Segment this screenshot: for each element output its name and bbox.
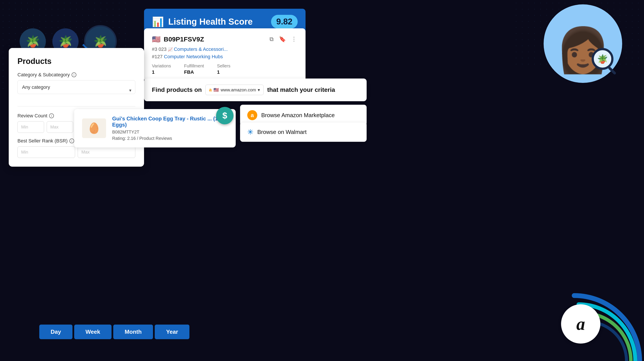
- mag-handle: [608, 66, 616, 75]
- card-actions: ⧉ 🔖 ⋮: [269, 35, 298, 43]
- domain-text: www.amazon.com: [221, 87, 256, 92]
- fulfillment-label: Fulfillment: [184, 63, 204, 68]
- panel-divider: [18, 106, 135, 106]
- sellers-meta: Sellers 1: [217, 63, 230, 75]
- variations-label: Variations: [152, 63, 171, 68]
- variations-value: 1: [152, 69, 171, 75]
- variations-meta: Variations 1: [152, 63, 171, 75]
- category-select-wrapper: Any category: [18, 80, 135, 100]
- product-asin-card: 🇺🇸 B09P1FSV9Z ⧉ 🔖 ⋮ #3 023 📈 Computers &…: [144, 28, 306, 82]
- walmart-icon: ✳: [247, 128, 253, 136]
- copy-icon[interactable]: ⧉: [269, 35, 274, 43]
- browse-walmart-label: Browse on Walmart: [257, 129, 306, 135]
- magnifying-glass-decoration: 🪴: [592, 48, 622, 78]
- product-result-info: Gui's Chicken Coop Egg Tray - Rustic ...…: [112, 116, 228, 141]
- month-button[interactable]: Month: [113, 325, 153, 339]
- us-flag-icon: 🇺🇸: [152, 35, 160, 43]
- bsr-info-icon[interactable]: i: [70, 138, 74, 143]
- us-flag-small: 🇺🇸: [214, 87, 219, 92]
- amazon-icon: a: [247, 110, 257, 120]
- amazon-logo-small: a: [209, 87, 212, 93]
- product-thumbnail: 🥚: [82, 118, 106, 138]
- category-1-link[interactable]: Computers & Accessori...: [174, 46, 228, 52]
- browse-walmart-button[interactable]: ✳ Browse on Walmart: [240, 122, 367, 142]
- rank-row-1: #3 023 📈 Computers & Accessori...: [152, 46, 298, 52]
- find-products-bar: Find products on a 🇺🇸 www.amazon.com ▾ t…: [144, 78, 367, 101]
- more-options-icon[interactable]: ⋮: [290, 35, 298, 43]
- review-count-info-icon[interactable]: i: [49, 113, 54, 118]
- product-result-rating: Rating: 2.16 / Product Reviews: [112, 136, 228, 141]
- mag-glass-circle: 🪴: [592, 48, 614, 70]
- category-info-icon[interactable]: i: [72, 72, 76, 77]
- week-button[interactable]: Week: [74, 325, 112, 339]
- product-result-asin: B082MTTY2T: [112, 130, 228, 135]
- year-button[interactable]: Year: [155, 325, 190, 339]
- product-meta: Variations 1 Fulfillment FBA Sellers 1: [152, 63, 298, 75]
- rank-1-number: #3 023: [152, 46, 166, 52]
- bar-chart-icon: 📊: [152, 16, 164, 27]
- review-count-max[interactable]: [47, 121, 73, 133]
- chevron-down-icon: ▾: [258, 87, 260, 92]
- sellers-value: 1: [217, 69, 230, 75]
- review-count-inputs: [18, 121, 73, 133]
- bsr-inputs: [18, 146, 135, 158]
- product-result-title[interactable]: Gui's Chicken Coop Egg Tray - Rustic ...…: [112, 116, 228, 128]
- health-score-value: 9.82: [271, 15, 298, 28]
- rank-row-2: #127 Computer Networking Hubs: [152, 54, 298, 59]
- browse-amazon-label: Browse Amazon Marketplace: [261, 112, 335, 119]
- amazon-domain-selector[interactable]: a 🇺🇸 www.amazon.com ▾: [205, 85, 264, 95]
- bsr-min[interactable]: [18, 146, 75, 158]
- dollar-badge: $: [216, 107, 234, 124]
- bookmark-icon[interactable]: 🔖: [278, 35, 287, 43]
- category-select[interactable]: Any category: [18, 80, 135, 94]
- review-count-group: Review Count i: [18, 113, 73, 133]
- fulfillment-meta: Fulfillment FBA: [184, 63, 204, 75]
- review-count-label: Review Count i: [18, 113, 73, 119]
- category-2-link[interactable]: Computer Networking Hubs: [164, 54, 223, 59]
- products-panel-title: Products: [18, 57, 135, 66]
- products-panel: Products Category & Subcategory i Any ca…: [9, 48, 144, 167]
- find-products-suffix: that match your criteria: [267, 86, 335, 93]
- category-field-label: Category & Subcategory i: [18, 72, 135, 78]
- review-count-min[interactable]: [18, 121, 44, 133]
- amazon-logo-circle: a: [561, 304, 600, 344]
- mag-plant-icon: 🪴: [597, 54, 608, 64]
- bsr-max[interactable]: [78, 146, 135, 158]
- product-asin: B09P1FSV9Z: [164, 35, 266, 43]
- product-card-header: 🇺🇸 B09P1FSV9Z ⧉ 🔖 ⋮: [152, 35, 298, 43]
- sellers-label: Sellers: [217, 63, 230, 68]
- product-result-card: 🥚 Gui's Chicken Coop Egg Tray - Rustic .…: [74, 109, 236, 147]
- time-filters: Day Week Month Year: [39, 325, 190, 339]
- day-button[interactable]: Day: [39, 325, 72, 339]
- rank-2-number: #127: [152, 54, 162, 59]
- health-score-label: Listing Health Score: [168, 17, 267, 27]
- find-products-prefix: Find products on: [152, 86, 202, 93]
- fulfillment-value: FBA: [184, 69, 204, 75]
- trend-up-icon: 📈: [168, 47, 174, 52]
